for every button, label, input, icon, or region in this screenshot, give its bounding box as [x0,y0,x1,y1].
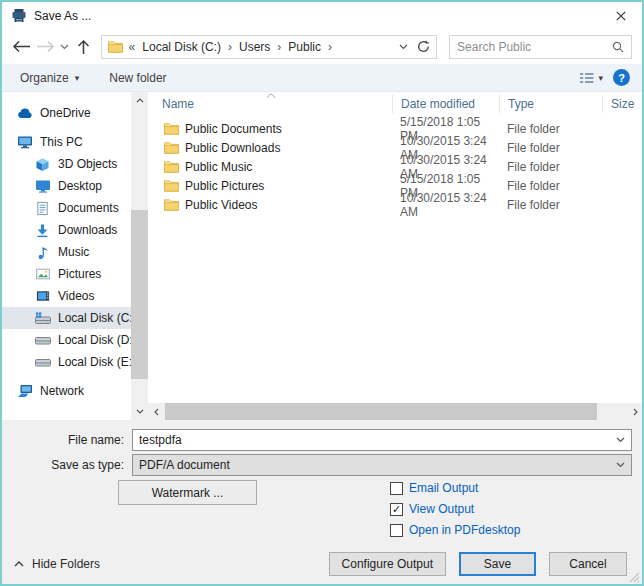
folder-icon [164,160,179,173]
file-name-text: Public Downloads [185,141,280,155]
downloads-icon [34,223,51,238]
navigation-bar: «Local Disk (C:)›Users›Public› [2,29,642,64]
breadcrumb-prefix: « [129,40,136,54]
sidebar-item-downloads[interactable]: Downloads [2,219,131,241]
forward-button[interactable] [34,35,58,59]
sidebar-item-desktop[interactable]: Desktop [2,175,131,197]
help-button[interactable]: ? [613,69,630,86]
music-icon [34,245,51,260]
sidebar-item-label: 3D Objects [58,157,117,171]
sidebar-item-label: Local Disk (E:) [58,355,136,369]
checkbox-view-output[interactable]: ✓View Output [390,502,520,516]
change-view-button[interactable]: ▾ [579,72,603,84]
command-toolbar: Organize ▾ New folder ▾ ? [2,64,642,92]
sidebar-item-pictures[interactable]: Pictures [2,263,131,285]
file-name-text: Public Videos [185,198,258,212]
folder-icon [108,40,123,53]
sidebar-item-label: This PC [40,135,83,149]
sidebar-item-videos[interactable]: Videos [2,285,131,307]
scroll-left-arrow-icon[interactable] [148,403,165,420]
hide-folders-button[interactable]: Hide Folders [14,557,100,571]
table-row[interactable]: Public Videos10/30/2015 3:24 AMFile fold… [148,195,644,214]
folder-icon [164,141,179,154]
sidebar-item-this-pc[interactable]: This PC [2,131,131,153]
save-as-type-value: PDF/A document [133,458,230,472]
search-box [449,35,632,59]
file-name-cell: Public Videos [148,198,392,212]
checkbox-unchecked-icon[interactable] [390,524,403,537]
sidebar-item-local-disk-c[interactable]: Local Disk (C:) [2,307,131,329]
sidebar-scrollbar-thumb[interactable] [131,210,148,379]
search-input[interactable] [452,40,612,54]
refresh-icon[interactable] [417,40,430,53]
caret-down-icon: ▾ [75,73,80,83]
cancel-button[interactable]: Cancel [549,552,627,576]
sidebar-item-local-disk-d[interactable]: Local Disk (D:) [2,329,131,351]
sidebar-scrollbar[interactable] [131,92,148,420]
save-button[interactable]: Save [459,552,536,576]
sidebar-item-documents[interactable]: Documents [2,197,131,219]
checkbox-email-output[interactable]: Email Output [390,481,520,495]
breadcrumb-item-public[interactable]: Public [288,40,321,54]
scroll-down-arrow-icon[interactable] [131,403,148,420]
back-button[interactable] [10,35,34,59]
organize-label: Organize [20,71,69,85]
sidebar-item-label: Network [40,384,84,398]
sidebar-item-3d-objects[interactable]: 3D Objects [2,153,131,175]
window-title: Save As ... [34,9,91,23]
file-name-text: Public Documents [185,122,282,136]
horizontal-scrollbar-track[interactable] [165,403,627,420]
3d-objects-icon [34,157,51,172]
checkbox-label: Open in PDFdesktop [409,523,520,537]
column-header-date-modified[interactable]: Date modified [392,95,499,113]
file-name-input[interactable] [133,433,616,447]
sidebar-scrollbar-track[interactable] [131,109,148,403]
folder-icon [164,179,179,192]
footer-bar: Hide Folders Configure Output Save Cance… [2,551,642,577]
recent-locations-chevron-icon[interactable] [58,35,72,59]
type-cell: File folder [499,198,602,212]
save-as-type-label: Save as type: [2,458,132,472]
sidebar-item-local-disk-e[interactable]: Local Disk (E:) [2,351,131,373]
resize-grip[interactable] [628,571,640,583]
address-dropdown-chevron-icon[interactable] [399,44,408,50]
scroll-up-arrow-icon[interactable] [131,92,148,109]
breadcrumb-item-local-disk-c[interactable]: Local Disk (C:) [142,40,221,54]
new-folder-button[interactable]: New folder [103,67,172,89]
sidebar-item-onedrive[interactable]: OneDrive [2,102,131,124]
breadcrumb-item-users[interactable]: Users [239,40,270,54]
column-header-type[interactable]: Type [499,95,602,113]
sort-ascending-icon[interactable] [266,93,276,98]
sidebar-item-label: Downloads [58,223,117,237]
sidebar-item-network[interactable]: Network [2,380,131,402]
output-checkbox-group: Email Output✓View OutputOpen in PDFdeskt… [390,481,520,537]
checkbox-unchecked-icon[interactable] [390,482,403,495]
address-bar[interactable]: «Local Disk (C:)›Users›Public› [101,35,437,59]
scroll-right-arrow-icon[interactable] [627,403,644,420]
onedrive-icon [16,108,33,119]
chevron-down-icon[interactable] [616,437,625,443]
column-header-size[interactable]: Size [602,95,644,113]
watermark-button[interactable]: Watermark ... [118,480,257,505]
save-as-type-row: Save as type: PDF/A document [2,454,632,476]
disk-c-icon [34,312,51,324]
files-horizontal-scrollbar[interactable] [148,403,644,420]
up-button[interactable] [72,35,96,59]
save-as-type-dropdown[interactable]: PDF/A document [132,454,632,476]
organize-button[interactable]: Organize ▾ [14,67,85,89]
checkbox-checked-icon[interactable]: ✓ [390,503,403,516]
configure-output-button[interactable]: Configure Output [329,552,446,576]
videos-icon [34,289,51,303]
close-button[interactable] [600,2,642,29]
checkbox-open-in-pdfdesktop[interactable]: Open in PDFdesktop [390,523,520,537]
file-name-combobox [132,429,632,451]
file-name-text: Public Music [185,160,252,174]
date-modified-cell: 10/30/2015 3:24 AM [392,191,499,219]
chevron-down-icon [616,462,625,468]
disk-icon [34,334,51,346]
type-cell: File folder [499,179,602,193]
horizontal-scrollbar-thumb[interactable] [165,403,597,420]
breadcrumb-separator: › [228,40,232,54]
sidebar-item-music[interactable]: Music [2,241,131,263]
sidebar-item-label: Documents [58,201,119,215]
